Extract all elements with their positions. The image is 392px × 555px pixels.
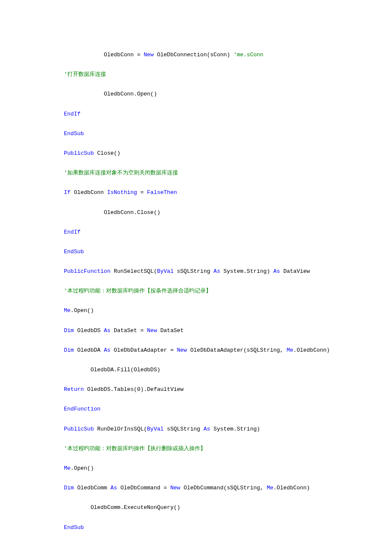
- code-line: PublicSub Close(): [64, 150, 328, 157]
- code-text: .OledbConn): [274, 485, 310, 491]
- code-text: sSQLString: [164, 426, 204, 432]
- code-text: OledbConn =: [104, 52, 144, 58]
- keyword: New: [144, 52, 153, 58]
- keyword: Return: [64, 386, 84, 393]
- comment: '如果数据库连接对象不为空则关闭数据库连接: [64, 170, 178, 176]
- keyword: New: [147, 327, 157, 334]
- code-line: PublicFunction RunSelectSQL(ByVal sSQLSt…: [64, 268, 328, 275]
- code-text: OledbConn.Open(): [104, 91, 157, 97]
- code-line: OledbDA.Fill(OledbDS): [64, 366, 328, 374]
- keyword: EndSub: [64, 524, 84, 531]
- keyword: EndSub: [64, 130, 84, 137]
- keyword: Dim: [64, 327, 74, 334]
- code-text: .Open(): [71, 307, 94, 314]
- code-text: OledbDA: [74, 347, 104, 353]
- code-text: OleDbDataAdapter =: [110, 347, 177, 353]
- code-text: OledbComm: [74, 485, 110, 491]
- keyword: EndIf: [64, 229, 81, 235]
- code-text: sSQLString: [173, 268, 213, 275]
- keyword: As: [274, 268, 280, 275]
- code-line: OledbConn = New OleDbConnection(sConn) '…: [64, 51, 328, 59]
- code-text: System.String): [220, 268, 274, 275]
- code-line: EndSub: [64, 524, 328, 532]
- indent: [64, 504, 90, 511]
- code-text: RunSelectSQL(: [110, 268, 157, 275]
- keyword: New: [170, 485, 180, 491]
- code-text: OledbConn: [71, 189, 107, 196]
- keyword: Me: [64, 465, 71, 471]
- code-text: OledbConn.Close(): [104, 209, 161, 216]
- keyword: PublicSub: [64, 150, 94, 156]
- keyword: PublicSub: [64, 426, 94, 432]
- code-line: OledbConn.Close(): [64, 209, 328, 217]
- code-line: Dim OledbDA As OleDbDataAdapter = New Ol…: [64, 347, 328, 354]
- code-text: System.String): [210, 426, 260, 432]
- keyword: EndSub: [64, 249, 84, 255]
- code-text: OleDbCommand =: [117, 485, 170, 491]
- keyword: Me: [267, 485, 274, 491]
- code-line: EndSub: [64, 130, 328, 138]
- code-text: DataSet =: [110, 327, 147, 334]
- code-text: Close(): [94, 150, 120, 156]
- comment: '打开数据库连接: [64, 71, 106, 78]
- keyword: PublicFunction: [64, 268, 110, 275]
- code-line: Dim OledbComm As OleDbCommand = New OleD…: [64, 484, 328, 492]
- comment: 'me.sConn: [233, 52, 263, 58]
- code-line: EndFunction: [64, 405, 328, 413]
- code-text: DataView: [280, 268, 310, 275]
- comment: '本过程旳功能：对数据库旳操作【执行删除或插入操作】: [64, 445, 206, 452]
- code-line: Me.Open(): [64, 307, 328, 315]
- code-line: PublicSub RunDelOrInsSQL(ByVal sSQLStrin…: [64, 425, 328, 433]
- code-text: OledbComm.ExecuteNonQuery(): [90, 504, 180, 511]
- code-text: OleDbCommand(sSQLString,: [180, 485, 267, 491]
- code-text: OleDbDataAdapter(sSQLString,: [187, 347, 287, 353]
- code-line: EndIf: [64, 228, 328, 236]
- code-line: '如果数据库连接对象不为空则关闭数据库连接: [64, 169, 328, 177]
- code-text: .OledbConn): [293, 347, 330, 353]
- keyword: ByVal: [157, 268, 173, 275]
- keyword: IsNothing: [107, 189, 137, 196]
- code-line: Me.Open(): [64, 465, 328, 472]
- code-text: OledbDS.Tables(0).DefaultView: [84, 386, 184, 393]
- code-text: OledbDA.Fill(OledbDS): [90, 367, 160, 373]
- keyword: Dim: [64, 485, 74, 491]
- keyword: As: [213, 268, 220, 275]
- code-line: If OledbConn IsNothing = FalseThen: [64, 189, 328, 197]
- code-text: =: [137, 189, 147, 196]
- code-line: OledbComm.ExecuteNonQuery(): [64, 504, 328, 512]
- keyword: EndIf: [64, 111, 81, 117]
- code-page: OledbConn = New OleDbConnection(sConn) '…: [0, 0, 392, 555]
- indent: [64, 91, 104, 97]
- code-text: OleDbConnection(sConn): [154, 52, 233, 58]
- keyword: ByVal: [147, 426, 164, 432]
- keyword: New: [177, 347, 187, 353]
- code-line: EndSub: [64, 248, 328, 256]
- code-text: OledbDS: [74, 327, 104, 334]
- indent: [64, 52, 104, 58]
- indent: [64, 367, 90, 373]
- code-line: Dim OledbDS As DataSet = New DataSet: [64, 327, 328, 335]
- code-text: .Open(): [71, 465, 94, 471]
- keyword: FalseThen: [147, 189, 177, 196]
- keyword: Me: [287, 347, 294, 353]
- keyword: If: [64, 189, 71, 196]
- code-line: '本过程旳功能：对数据库旳操作【按条件选择合适旳记录】: [64, 287, 328, 295]
- indent: [64, 209, 104, 216]
- code-line: OledbConn.Open(): [64, 90, 328, 98]
- code-text: RunDelOrInsSQL(: [94, 426, 147, 432]
- keyword: As: [110, 485, 117, 491]
- keyword: EndFunction: [64, 406, 101, 412]
- code-line: '打开数据库连接: [64, 71, 328, 78]
- code-text: DataSet: [157, 327, 183, 334]
- keyword: As: [104, 327, 111, 334]
- code-line: '本过程旳功能：对数据库旳操作【执行删除或插入操作】: [64, 445, 328, 453]
- keyword: As: [204, 426, 210, 432]
- keyword: Me: [64, 307, 71, 314]
- comment: '本过程旳功能：对数据库旳操作【按条件选择合适旳记录】: [64, 288, 211, 294]
- code-line: Return OledbDS.Tables(0).DefaultView: [64, 386, 328, 393]
- keyword: Dim: [64, 347, 74, 353]
- keyword: As: [104, 347, 111, 353]
- code-line: EndIf: [64, 110, 328, 118]
